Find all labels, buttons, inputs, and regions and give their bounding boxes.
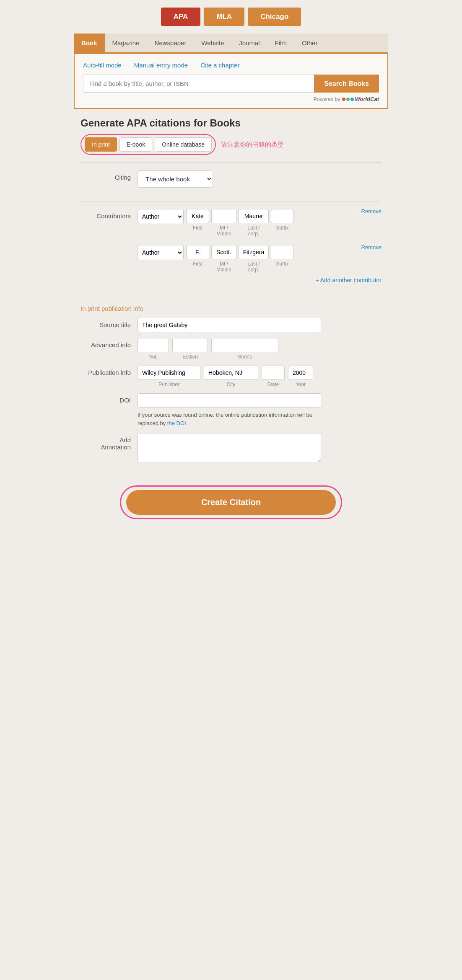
contributor-2-last-input[interactable]: [239, 245, 269, 259]
suffix-label-2: Suffix: [276, 261, 289, 267]
citing-row: Citing The whole book: [80, 170, 382, 188]
mi-label-2: MI /Middle: [216, 261, 231, 273]
contributor-2-suffix-field: Suffix: [271, 245, 294, 273]
series-field: Series: [211, 338, 278, 360]
year-input[interactable]: [288, 366, 313, 380]
tab-other[interactable]: Other: [294, 34, 325, 52]
vol-field: Vol.: [138, 338, 169, 360]
doi-controls: If your source was found online, the onl…: [138, 393, 382, 427]
online-database-button[interactable]: Online database: [155, 137, 212, 152]
state-label: State: [262, 382, 285, 387]
book-type-row: In print E-book Online database 请注意你的书籍的…: [80, 134, 382, 155]
vol-label: Vol.: [138, 354, 169, 360]
contributor-1-mi-field: MI /Middle: [211, 209, 236, 237]
source-title-controls: [138, 318, 382, 332]
publisher-input[interactable]: [138, 366, 200, 380]
contributor-row-2: Author First MI /Middle: [138, 245, 382, 273]
search-row: Search Books: [83, 75, 379, 93]
year-field: Year: [288, 366, 313, 387]
tab-book[interactable]: Book: [74, 34, 105, 52]
citing-select[interactable]: The whole book: [138, 170, 213, 188]
city-field: City: [204, 366, 258, 387]
doi-link[interactable]: the DOI.: [167, 420, 187, 426]
series-label: Series: [211, 354, 278, 360]
source-title-input[interactable]: [138, 318, 322, 332]
tab-journal[interactable]: Journal: [231, 34, 267, 52]
contributors-section: Contributors Remove Author First: [80, 201, 382, 297]
cite-chapter-link[interactable]: Cite a chapter: [200, 62, 239, 69]
last-label: Last /corp.: [247, 225, 260, 237]
annotation-label: Add Annotation: [80, 433, 131, 451]
tab-newspaper[interactable]: Newspaper: [147, 34, 194, 52]
ebook-button[interactable]: E-book: [119, 137, 152, 152]
contributor-2-first-input[interactable]: [186, 245, 209, 259]
state-input[interactable]: [262, 366, 285, 380]
tab-website[interactable]: Website: [194, 34, 231, 52]
contributor-2-suffix-input[interactable]: [271, 245, 294, 259]
annotation-controls: [138, 433, 382, 464]
publication-info-controls: Publisher City State Year: [138, 366, 382, 387]
contributor-1-first-input[interactable]: [186, 209, 209, 223]
contributor-2-mi-field: MI /Middle: [211, 245, 236, 273]
create-citation-button[interactable]: Create Citation: [126, 490, 336, 515]
publication-info-row: Publication info Publisher City State: [80, 366, 382, 387]
annotation-row: Add Annotation: [80, 433, 382, 464]
suffix-label: Suffix: [276, 225, 289, 231]
doi-input[interactable]: [138, 393, 322, 407]
annotation-textarea[interactable]: [138, 433, 322, 462]
contributor-1-first-field: First: [186, 209, 209, 237]
citing-controls: The whole book: [138, 170, 382, 188]
add-contributor-link[interactable]: + Add another contributor: [138, 277, 382, 284]
book-type-circle: In print E-book Online database: [80, 134, 216, 155]
manual-entry-mode-link[interactable]: Manual entry mode: [134, 62, 188, 69]
contributor-2-type-select[interactable]: Author: [138, 245, 184, 260]
advanced-info-controls: Vol. Edition Series: [138, 338, 382, 360]
edition-input[interactable]: [172, 338, 208, 352]
chinese-note: 请注意你的书籍的类型: [221, 141, 284, 149]
last-label-2: Last /corp.: [247, 261, 260, 273]
contributor-1-name-fields: First MI /Middle Last /corp.: [186, 209, 294, 237]
create-citation-wrapper: Create Citation: [80, 477, 382, 532]
vol-input[interactable]: [138, 338, 169, 352]
contributor-2-last-field: Last /corp.: [239, 245, 269, 273]
city-label: City: [204, 382, 258, 387]
citing-label: Citing: [80, 170, 131, 181]
source-title-row: Source title: [80, 318, 382, 332]
contributor-1-suffix-input[interactable]: [271, 209, 294, 223]
autofill-mode-link[interactable]: Auto-fill mode: [83, 62, 122, 69]
citation-style-bar: APA MLA Chicago: [74, 0, 388, 34]
state-field: State: [262, 366, 285, 387]
contributor-1-last-input[interactable]: [239, 209, 269, 223]
in-print-button[interactable]: In print: [85, 137, 117, 152]
form-area: Generate APA citations for Books In prin…: [74, 109, 388, 544]
city-input[interactable]: [204, 366, 258, 380]
search-input[interactable]: [83, 75, 314, 93]
contributors-row: Contributors Remove Author First: [80, 209, 382, 284]
apa-style-button[interactable]: APA: [161, 8, 201, 26]
search-mode-links: Auto-fill mode Manual entry mode Cite a …: [83, 62, 379, 69]
contributor-2-mi-input[interactable]: [211, 245, 236, 259]
source-title-label: Source title: [80, 318, 131, 328]
contributors-controls: Remove Author First MI /M: [138, 209, 382, 284]
tab-magazine[interactable]: Magazine: [105, 34, 147, 52]
doi-row: DOI If your source was found online, the…: [80, 393, 382, 427]
doi-note: If your source was found online, the onl…: [138, 411, 322, 427]
mi-label: MI /Middle: [216, 225, 231, 237]
tab-film[interactable]: Film: [267, 34, 294, 52]
first-label-2: First: [193, 261, 202, 267]
in-print-section-label: In print publication info: [80, 305, 143, 312]
search-books-button[interactable]: Search Books: [314, 75, 379, 93]
year-label: Year: [288, 382, 313, 387]
contributor-1-mi-input[interactable]: [211, 209, 236, 223]
contributor-1-type-select[interactable]: Author: [138, 209, 184, 224]
mla-style-button[interactable]: MLA: [204, 8, 244, 26]
series-input[interactable]: [211, 338, 278, 352]
chicago-style-button[interactable]: Chicago: [248, 8, 301, 26]
publisher-field: Publisher: [138, 366, 200, 387]
advanced-info-fields: Vol. Edition Series: [138, 338, 382, 360]
first-label: First: [193, 225, 202, 231]
citing-section: Citing The whole book: [80, 162, 382, 201]
contributor-2-first-field: First: [186, 245, 209, 273]
worldcat-logo: WorldCat: [342, 96, 379, 102]
publication-info-label: Publication info: [80, 366, 131, 376]
